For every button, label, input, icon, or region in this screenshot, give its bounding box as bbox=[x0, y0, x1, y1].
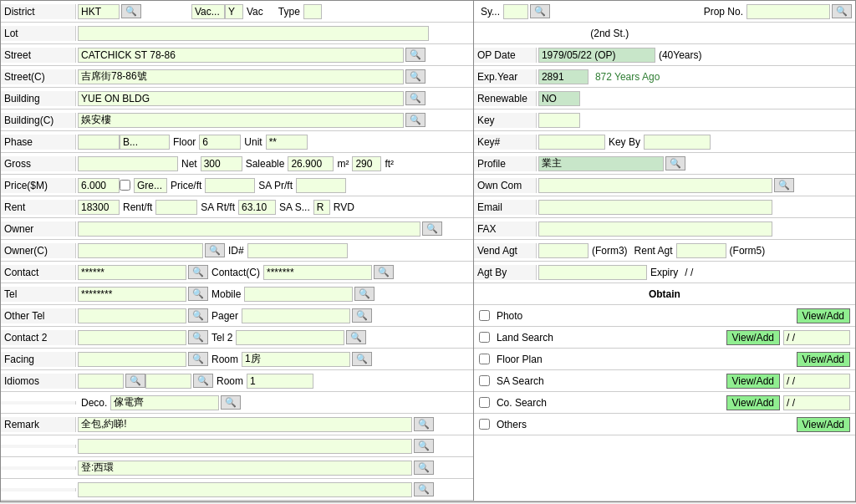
mobile-search-btn[interactable]: 🔍 bbox=[354, 287, 374, 301]
othertel-search-btn[interactable]: 🔍 bbox=[188, 308, 208, 323]
fax-input[interactable] bbox=[538, 221, 772, 237]
remark-input4[interactable] bbox=[78, 482, 412, 497]
vendagt-input[interactable] bbox=[538, 243, 588, 258]
sartft-input[interactable] bbox=[238, 200, 276, 215]
price-checkbox[interactable] bbox=[120, 180, 130, 191]
mobile-input[interactable] bbox=[244, 287, 353, 302]
saprft-input[interactable] bbox=[296, 178, 346, 193]
sasearch-viewadd-btn[interactable]: View/Add bbox=[726, 374, 780, 389]
floorplan-checkbox[interactable] bbox=[479, 354, 490, 364]
rent-input[interactable] bbox=[78, 200, 120, 215]
net-input[interactable] bbox=[201, 156, 242, 171]
tel-search-btn[interactable]: 🔍 bbox=[188, 287, 208, 301]
rentft-input[interactable] bbox=[155, 200, 197, 215]
expyear-input[interactable] bbox=[538, 69, 588, 84]
othertel-input[interactable] bbox=[78, 308, 186, 323]
landsearch-viewadd-btn[interactable]: View/Add bbox=[726, 330, 780, 345]
id-input[interactable] bbox=[247, 243, 348, 258]
contact2-input[interactable] bbox=[78, 330, 186, 345]
gre-input[interactable] bbox=[134, 178, 167, 193]
tel2-input[interactable] bbox=[236, 330, 344, 345]
remark-input2[interactable] bbox=[78, 439, 412, 454]
sy-search-btn[interactable]: 🔍 bbox=[530, 4, 550, 18]
contact-search-btn[interactable]: 🔍 bbox=[188, 265, 208, 279]
phase-input[interactable] bbox=[78, 135, 120, 150]
remark-search-btn1[interactable]: 🔍 bbox=[414, 417, 434, 431]
district-input[interactable] bbox=[78, 4, 120, 19]
propno-input[interactable] bbox=[746, 4, 830, 19]
idiomos-search-btn1[interactable]: 🔍 bbox=[125, 374, 145, 388]
building-search-btn[interactable]: 🔍 bbox=[405, 91, 425, 105]
landsearch-date-input[interactable] bbox=[783, 330, 850, 345]
phase-b-input[interactable] bbox=[120, 135, 170, 150]
renewable-input[interactable] bbox=[538, 91, 580, 106]
profile-search-btn[interactable]: 🔍 bbox=[665, 156, 685, 171]
rentagt-input[interactable] bbox=[676, 243, 726, 258]
contactc-search-btn[interactable]: 🔍 bbox=[374, 265, 394, 279]
facing-input[interactable] bbox=[78, 352, 186, 367]
others-viewadd-btn[interactable]: View/Add bbox=[797, 417, 850, 432]
keyby-input[interactable] bbox=[644, 135, 711, 150]
sy-input[interactable] bbox=[503, 4, 528, 19]
vac-input[interactable] bbox=[191, 4, 225, 19]
sasearch-checkbox[interactable] bbox=[479, 375, 490, 386]
room-search-btn[interactable]: 🔍 bbox=[352, 352, 372, 366]
tel2-search-btn[interactable]: 🔍 bbox=[346, 330, 366, 344]
profile-input[interactable] bbox=[538, 156, 664, 171]
gross-input[interactable] bbox=[78, 156, 178, 171]
buildingc-input[interactable] bbox=[78, 113, 404, 128]
landsearch-checkbox[interactable] bbox=[479, 332, 490, 343]
remark-search-btn2[interactable]: 🔍 bbox=[414, 439, 434, 453]
district-search-btn[interactable]: 🔍 bbox=[121, 4, 141, 18]
cosearch-date-input[interactable] bbox=[783, 395, 850, 410]
type-input[interactable] bbox=[303, 4, 322, 19]
remark-search-btn4[interactable]: 🔍 bbox=[414, 482, 434, 496]
price-input[interactable] bbox=[78, 178, 120, 193]
sasearch-date-input[interactable] bbox=[783, 374, 850, 389]
cosearch-viewadd-btn[interactable]: View/Add bbox=[726, 395, 780, 410]
contactc-input[interactable] bbox=[263, 265, 372, 280]
opdate-input[interactable] bbox=[538, 48, 655, 63]
key-input[interactable] bbox=[538, 113, 580, 128]
owncom-search-btn[interactable]: 🔍 bbox=[774, 178, 794, 192]
ft-input[interactable] bbox=[352, 156, 381, 171]
vac-y-input[interactable] bbox=[225, 4, 243, 19]
agtby-input[interactable] bbox=[538, 265, 647, 280]
ownerc-search-btn[interactable]: 🔍 bbox=[205, 243, 225, 257]
owner-search-btn[interactable]: 🔍 bbox=[422, 221, 442, 236]
lot-input[interactable] bbox=[78, 26, 429, 41]
owncom-input[interactable] bbox=[538, 178, 772, 193]
contact2-search-btn[interactable]: 🔍 bbox=[188, 330, 208, 344]
r-input[interactable] bbox=[313, 200, 330, 215]
room2-input[interactable] bbox=[247, 374, 313, 389]
contact-input[interactable] bbox=[78, 265, 186, 280]
facing-search-btn[interactable]: 🔍 bbox=[188, 352, 208, 366]
saleable-input[interactable] bbox=[288, 156, 334, 171]
propno-search-btn[interactable]: 🔍 bbox=[832, 4, 852, 18]
room-input[interactable] bbox=[242, 352, 350, 367]
street-search-btn[interactable]: 🔍 bbox=[405, 48, 425, 62]
street-input[interactable] bbox=[78, 48, 404, 63]
idiomos-search-btn2[interactable]: 🔍 bbox=[193, 374, 213, 388]
building-input[interactable] bbox=[78, 91, 404, 106]
photo-checkbox[interactable] bbox=[479, 310, 490, 321]
keyhash-input[interactable] bbox=[538, 135, 605, 150]
deco-search-btn[interactable]: 🔍 bbox=[221, 395, 241, 410]
cosearch-checkbox[interactable] bbox=[479, 397, 490, 408]
photo-viewadd-btn[interactable]: View/Add bbox=[797, 308, 850, 323]
owner-input[interactable] bbox=[78, 221, 420, 237]
ownerc-input[interactable] bbox=[78, 243, 203, 258]
remark-search-btn3[interactable]: 🔍 bbox=[414, 461, 434, 475]
floor-input[interactable] bbox=[199, 135, 241, 150]
deco-input[interactable] bbox=[110, 395, 219, 410]
streetc-search-btn[interactable]: 🔍 bbox=[405, 69, 425, 84]
pager-input[interactable] bbox=[242, 308, 350, 323]
pager-search-btn[interactable]: 🔍 bbox=[352, 308, 372, 323]
email-input[interactable] bbox=[538, 200, 772, 215]
others-checkbox[interactable] bbox=[479, 419, 490, 430]
idiomos-input2[interactable] bbox=[145, 374, 191, 389]
buildingc-search-btn[interactable]: 🔍 bbox=[405, 113, 425, 127]
idiomos-input1[interactable] bbox=[78, 374, 124, 389]
tel-input[interactable] bbox=[78, 287, 186, 302]
floorplan-viewadd-btn[interactable]: View/Add bbox=[797, 352, 850, 367]
